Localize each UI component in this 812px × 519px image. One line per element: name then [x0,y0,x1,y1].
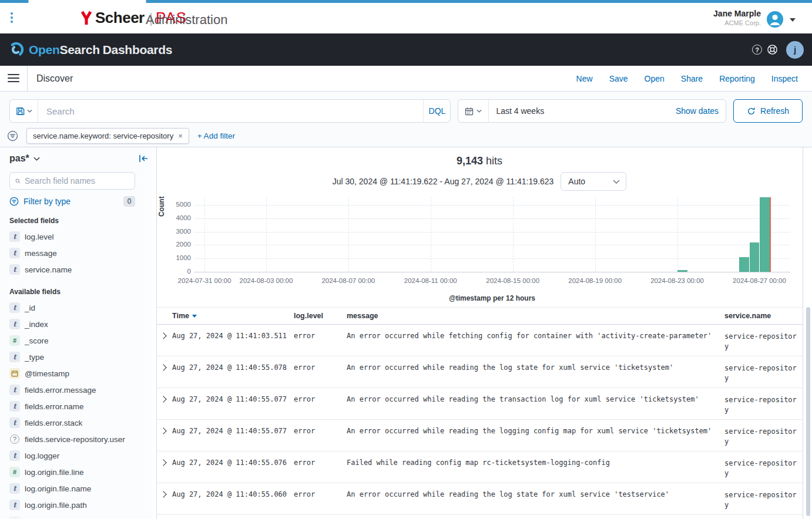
available-fields-list: t_idt_index#_scoret_type@timestamptfield… [9,299,135,519]
cell-message: An error occurred while fetching config … [347,332,724,356]
field-name: _type [25,352,44,362]
histogram-bar[interactable] [739,257,749,272]
collapse-sidebar-icon[interactable] [139,154,148,163]
field-name: _id [25,303,35,313]
field-item-_index[interactable]: t_index [9,316,135,332]
field-item-service.name[interactable]: tservice.name [9,261,135,278]
field-search-input[interactable] [25,176,135,186]
expand-row-icon[interactable] [160,396,166,402]
saved-query-button[interactable] [10,100,38,122]
nav-link-reporting[interactable]: Reporting [719,74,755,83]
loglevel-column-header[interactable]: log.level [294,312,347,320]
query-language-button[interactable]: DQL [423,100,450,122]
table-row: Aug 27, 2024 @ 11:40:55.076errorFailed w… [156,451,803,483]
opensearch-logo: OpenSearchDashboards [8,42,172,58]
date-range-value[interactable]: Last 4 weeks [489,106,675,116]
field-name: log.origin.function [25,517,87,519]
field-type-string-icon: t [9,516,20,519]
field-item-message[interactable]: tmessage [9,245,135,261]
nav-link-share[interactable]: Share [681,74,703,83]
message-column-header[interactable]: message [347,312,724,320]
field-item-fields.error.message[interactable]: tfields.error.message [9,382,135,398]
page-title: Discover [36,73,73,84]
expand-row-icon[interactable] [160,427,166,434]
selected-fields-heading: Selected fields [9,217,135,225]
field-type-date-icon [9,368,20,379]
histogram-bar[interactable] [750,242,759,272]
chevron-down-icon [27,109,32,113]
cell-servicename: service-repository [724,490,800,514]
field-type-unknown-icon: ? [10,434,19,444]
calendar-icon [465,107,474,116]
date-picker-calendar-button[interactable] [458,100,489,122]
gridline-y-3000 [194,232,790,232]
user-org: ACME Corp. [713,19,761,26]
cell-time: Aug 27, 2024 @ 11:40:55.076 [172,459,294,483]
y-tick-label: 2000 [155,241,191,248]
user-menu-caret-icon[interactable] [790,18,796,22]
nav-link-new[interactable]: New [576,74,593,83]
field-item-@timestamp[interactable]: @timestamp [9,365,135,382]
field-name: fields.error.stack [25,418,82,428]
hamburger-menu-icon[interactable] [8,74,19,82]
gridline-x [595,197,596,272]
field-item-log.logger[interactable]: tlog.logger [9,447,135,464]
remove-filter-icon[interactable]: × [178,132,183,140]
filter-bar: service.name.keyword: service-repository… [7,128,235,144]
scheer-mark-icon [81,11,93,26]
show-dates-link[interactable]: Show dates [676,106,726,116]
nav-link-inspect[interactable]: Inspect [771,74,798,83]
field-item-log.level[interactable]: tlog.level [9,228,135,245]
date-picker-group: Last 4 weeks Show dates [458,99,726,123]
field-item-_type[interactable]: t_type [9,349,135,365]
expand-row-icon[interactable] [160,332,166,339]
cell-loglevel: error [294,395,347,419]
filter-by-type-control[interactable]: Filter by type 0 [9,196,135,207]
search-input[interactable] [38,100,423,122]
refresh-label: Refresh [760,106,789,116]
field-item-log.origin.function[interactable]: tlog.origin.function [9,513,135,519]
time-column-header[interactable]: Time [172,312,294,320]
expand-row-icon[interactable] [160,491,166,497]
table-row: Aug 27, 2024 @ 11:40:55.077errorAn error… [156,388,803,420]
servicename-column-header[interactable]: service.name [724,311,800,321]
filter-group-icon[interactable] [7,130,18,141]
nav-link-open[interactable]: Open [645,74,665,83]
filter-pill[interactable]: service.name.keyword: service-repository… [26,128,189,144]
support-lifering-icon[interactable] [767,44,778,55]
pas-header: Scheer | PAS Administration Jane Marple … [0,3,812,33]
field-type-string-icon: t [9,264,20,275]
field-type-string-icon: t [9,248,20,258]
field-item-_score[interactable]: #_score [9,332,135,349]
nav-link-save[interactable]: Save [609,74,628,83]
expand-row-icon[interactable] [160,364,166,370]
field-type-string-icon: t [9,401,20,412]
add-filter-link[interactable]: + Add filter [197,132,235,140]
refresh-button[interactable]: Refresh [733,99,803,123]
index-pattern-selector[interactable]: pas* [9,153,135,164]
field-item-log.origin.file.line[interactable]: #log.origin.file.line [9,464,135,480]
gridline-x [431,197,431,272]
field-item-fields.error.stack[interactable]: tfields.error.stack [9,414,135,431]
osd-user-avatar[interactable]: j [786,41,804,59]
vertical-scrollbar-thumb[interactable] [806,307,810,516]
field-item-fields.service-repository.user[interactable]: ?fields.service-repository.user [9,431,135,447]
histogram-bar[interactable] [677,270,687,272]
cell-time: Aug 27, 2024 @ 11:40:55.077 [172,395,294,419]
nav-divider [27,66,28,92]
x-tick-label: 2024-08-27 00:00 [719,277,801,284]
table-body: Aug 27, 2024 @ 11:41:03.511errorAn error… [156,325,803,515]
field-name: _score [25,336,49,346]
field-item-fields.error.name[interactable]: tfields.error.name [9,398,135,414]
field-item-log.origin.file.name[interactable]: tlog.origin.file.name [9,480,135,497]
kebab-menu-icon[interactable] [11,12,13,23]
histogram-bar[interactable] [760,197,769,272]
help-icon[interactable]: ? [752,45,762,55]
expand-row-icon[interactable] [160,459,166,466]
field-type-number-icon: # [9,467,20,477]
field-item-_id[interactable]: t_id [9,299,135,316]
field-item-log.origin.file.path[interactable]: tlog.origin.file.path [9,497,135,513]
fields-sidebar: pas* Filter by type 0 Selected fields tl… [0,147,152,519]
field-name: fields.service-repository.user [25,434,125,444]
user-avatar-icon[interactable] [766,11,784,28]
